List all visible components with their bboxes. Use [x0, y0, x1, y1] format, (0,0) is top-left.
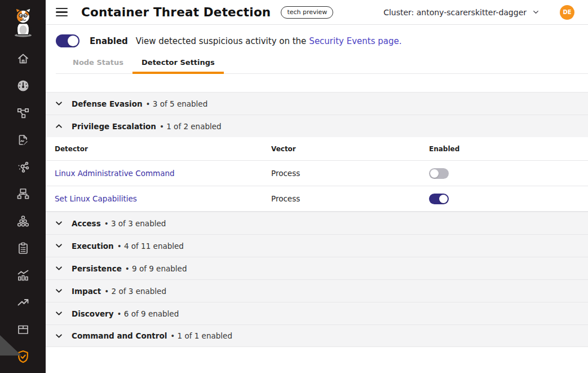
detector-link-linux-administrative-command[interactable]: Linux Administrative Command: [55, 169, 271, 178]
column-enabled: Enabled: [429, 145, 588, 153]
table-row: Linux Administrative Command Process: [46, 161, 588, 186]
section-name: Access: [72, 219, 101, 228]
sidebar-item-analytics[interactable]: [0, 262, 46, 289]
sidebar-item-checklist[interactable]: [0, 235, 46, 262]
accordion-section-privilege-escalation[interactable]: Privilege Escalation • 1 of 2 enabled: [46, 115, 588, 137]
vector-value: Process: [271, 169, 429, 178]
sidebar-item-dashboard[interactable]: [0, 72, 46, 99]
enabled-toggle-row: Enabled View detected suspicious activit…: [56, 34, 588, 47]
chevron-down-icon: [532, 8, 540, 16]
cluster-icon: [16, 214, 30, 228]
sidebar-item-home[interactable]: [0, 45, 46, 72]
section-summary: • 6 of 9 enabled: [117, 309, 179, 318]
top-header: Container Threat Detection tech preview …: [46, 0, 588, 25]
sidebar-item-hierarchy[interactable]: [0, 181, 46, 208]
cluster-selector-label: Cluster: antony-scarerskitter-dagger: [383, 8, 527, 17]
detector-link-set-linux-capabilities[interactable]: Set Linux Capabilities: [55, 194, 271, 203]
section-name: Execution: [72, 242, 114, 251]
sidebar-item-graph[interactable]: [0, 153, 46, 181]
detection-enabled-toggle[interactable]: [56, 34, 79, 47]
sidebar-item-trends[interactable]: [0, 289, 46, 316]
section-name: Discovery: [72, 309, 114, 318]
chevron-down-icon: [55, 332, 63, 340]
sidebar-item-reports[interactable]: [0, 126, 46, 153]
avatar[interactable]: DE: [560, 5, 574, 20]
section-summary: • 9 of 9 enabled: [125, 264, 187, 273]
accordion-section-persistence[interactable]: Persistence • 9 of 9 enabled: [46, 257, 588, 279]
chevron-up-icon: [55, 122, 63, 130]
section-summary: • 1 of 2 enabled: [160, 122, 222, 131]
detector-table-header: Detector Vector Enabled: [46, 137, 588, 161]
accordion-section-access[interactable]: Access • 3 of 3 enabled: [46, 212, 588, 234]
section-summary: • 2 of 3 enabled: [104, 287, 166, 296]
main-content: Container Threat Detection tech preview …: [46, 0, 588, 373]
page-title: Container Threat Detection: [81, 5, 271, 19]
tab-node-status[interactable]: Node Status: [64, 58, 132, 73]
security-events-link[interactable]: Security Events page.: [309, 36, 401, 46]
chevron-down-icon: [55, 264, 63, 273]
accordion-section-command-and-control[interactable]: Command and Control • 1 of 1 enabled: [46, 324, 588, 347]
section-name: Defense Evasion: [72, 99, 143, 108]
bar-chart-icon: [16, 269, 30, 282]
chevron-down-icon: [55, 242, 63, 250]
box-icon: [16, 323, 30, 336]
column-detector: Detector: [55, 145, 271, 153]
chevron-down-icon: [55, 309, 63, 318]
chevron-down-icon: [55, 287, 63, 295]
section-summary: • 1 of 1 enabled: [170, 331, 232, 340]
sidebar: [0, 0, 46, 373]
section-name: Persistence: [72, 264, 122, 273]
sidebar-item-topology[interactable]: [0, 99, 46, 126]
clipboard-icon: [16, 242, 30, 255]
detector-toggle-set-linux-capabilities[interactable]: [429, 194, 449, 204]
report-edit-icon: [16, 133, 30, 147]
vector-value: Process: [271, 194, 429, 203]
sitemap-icon: [16, 187, 30, 201]
section-name: Impact: [72, 287, 101, 296]
tab-bar: Node Status Detector Settings: [56, 58, 588, 74]
accordion-section-impact[interactable]: Impact • 2 of 3 enabled: [46, 279, 588, 302]
detector-table: Detector Vector Enabled Linux Administra…: [46, 137, 588, 212]
enabled-description: View detected suspicious activity on the: [136, 36, 307, 46]
sidebar-nav: [0, 45, 46, 370]
cat-mascot-logo: [10, 7, 36, 38]
section-summary: • 4 of 11 enabled: [117, 242, 184, 251]
section-summary: • 3 of 5 enabled: [146, 99, 208, 108]
accordion-section-defense-evasion[interactable]: Defense Evasion • 3 of 5 enabled: [46, 92, 588, 115]
section-name: Command and Control: [72, 331, 167, 340]
trend-icon: [16, 296, 30, 309]
gauge-icon: [16, 79, 30, 93]
column-vector: Vector: [271, 145, 429, 153]
detector-accordion: Defense Evasion • 3 of 5 enabled Privile…: [46, 92, 588, 347]
tab-detector-settings[interactable]: Detector Settings: [132, 58, 224, 74]
accordion-section-discovery[interactable]: Discovery • 6 of 9 enabled: [46, 302, 588, 324]
table-row: Set Linux Capabilities Process: [46, 186, 588, 212]
chevron-down-icon: [55, 99, 63, 108]
sidebar-item-cluster[interactable]: [0, 208, 46, 235]
chevron-down-icon: [55, 219, 63, 227]
accordion-section-execution[interactable]: Execution • 4 of 11 enabled: [46, 234, 588, 257]
topology-icon: [16, 106, 30, 120]
section-summary: • 3 of 3 enabled: [104, 219, 166, 228]
menu-toggle-icon[interactable]: [56, 6, 68, 19]
sidebar-item-registries[interactable]: [0, 316, 46, 343]
cluster-selector[interactable]: Cluster: antony-scarerskitter-dagger: [383, 8, 540, 17]
enabled-label: Enabled: [90, 36, 128, 46]
shield-check-icon: [16, 349, 30, 364]
home-icon: [16, 52, 30, 65]
app-logo: [0, 0, 46, 45]
detection-controls: Enabled View detected suspicious activit…: [46, 25, 588, 74]
tech-preview-badge: tech preview: [281, 6, 333, 19]
graph-icon: [16, 160, 30, 174]
detector-toggle-linux-administrative-command[interactable]: [429, 168, 449, 179]
section-name: Privilege Escalation: [72, 122, 156, 131]
